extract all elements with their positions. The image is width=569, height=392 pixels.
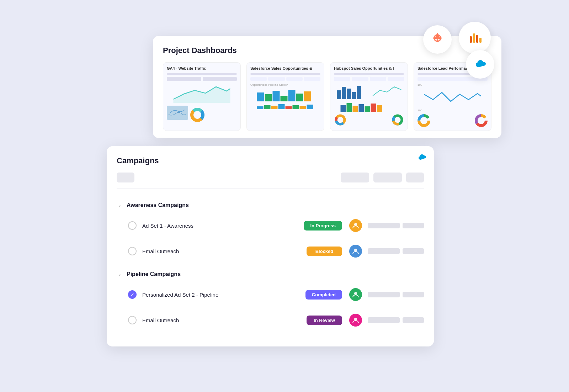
svg-rect-21	[257, 106, 264, 109]
svg-rect-16	[273, 91, 280, 101]
campaign-name-ad-set-2: Personalized Ad Set 2 - Pipeline	[142, 292, 305, 298]
svg-rect-28	[307, 105, 313, 109]
checkbox-email-1[interactable]	[128, 247, 137, 255]
campaign-name-email-1: Email Outreach	[142, 248, 307, 254]
svg-point-55	[354, 292, 357, 295]
sf-lead-line-chart	[418, 87, 488, 107]
thumb-hs-sales[interactable]: Hubspot Sales Opportunities & I	[330, 62, 408, 131]
svg-rect-37	[359, 104, 364, 112]
campaign-row-email-1[interactable]: Email Outreach Blocked	[117, 239, 424, 263]
user-icon	[352, 248, 359, 255]
salesforce-icon-circle	[466, 50, 494, 79]
svg-rect-26	[293, 105, 299, 109]
svg-rect-22	[264, 105, 271, 109]
sf-sales-stacked	[250, 103, 320, 115]
dashboard-thumbnails: GA4 - Website Traffic	[163, 62, 491, 131]
svg-rect-14	[257, 92, 264, 101]
hubspot-icon-circle	[423, 25, 452, 54]
svg-rect-24	[278, 104, 285, 109]
salesforce-cloud-icon	[472, 57, 488, 72]
chevron-awareness-icon: ⌄	[117, 202, 123, 208]
avatar-ad-set-2	[349, 288, 362, 301]
ga4-line-chart	[167, 83, 237, 103]
avatar-email-2	[349, 314, 362, 327]
checkbox-ad-set-2[interactable]: ✓	[128, 290, 137, 299]
svg-rect-19	[296, 94, 303, 101]
svg-point-7	[436, 37, 439, 39]
thumb-ga4[interactable]: GA4 - Website Traffic	[163, 62, 241, 131]
sf-lead-pie2	[475, 114, 488, 127]
checkbox-email-2[interactable]	[128, 316, 137, 324]
chevron-pipeline-icon: ⌄	[117, 271, 123, 277]
campaigns-title: Campaigns	[117, 156, 424, 165]
svg-rect-29	[337, 90, 341, 99]
avatar-ad-set-1	[349, 219, 362, 232]
hs-line-chart	[370, 83, 404, 99]
svg-rect-17	[281, 96, 288, 101]
svg-rect-39	[371, 104, 376, 112]
thumb-sf-sales[interactable]: Salesforce Sales Opportunities & Opportu…	[246, 62, 324, 131]
filter-pill-1[interactable]	[117, 173, 134, 182]
svg-rect-11	[479, 38, 482, 43]
tableau-icon-circle	[459, 22, 491, 54]
svg-rect-32	[352, 92, 356, 99]
group-awareness: ⌄ Awareness Campaigns Ad Set 1 - Awarene…	[117, 197, 424, 263]
svg-rect-10	[476, 35, 478, 43]
svg-rect-25	[286, 106, 292, 109]
campaign-row-ad-set-2[interactable]: ✓ Personalized Ad Set 2 - Pipeline Compl…	[117, 282, 424, 307]
status-badge-email-2[interactable]: In Review	[307, 316, 342, 325]
filter-pill-4[interactable]	[406, 173, 424, 182]
svg-rect-9	[473, 33, 475, 43]
campaigns-card: Campaigns ⌄ Awareness Campaigns Ad Set 1…	[107, 146, 434, 346]
svg-rect-8	[470, 36, 472, 43]
filter-pill-2[interactable]	[341, 173, 369, 182]
hs-bar-chart	[334, 83, 368, 99]
group-pipeline-title: Pipeline Campaigns	[127, 271, 181, 277]
ga4-donut	[190, 108, 204, 122]
filter-bar	[117, 173, 424, 189]
campaign-row-email-2[interactable]: Email Outreach In Review	[117, 308, 424, 332]
svg-rect-35	[347, 103, 352, 112]
hs-combo-chart	[334, 101, 404, 112]
hs-donut1	[334, 113, 347, 126]
svg-rect-15	[265, 94, 272, 101]
row-pills-ad-set-1	[368, 223, 424, 228]
svg-rect-6	[437, 34, 438, 37]
hs-donut2	[391, 113, 404, 126]
group-pipeline: ⌄ Pipeline Campaigns ✓ Personalized Ad S…	[117, 266, 424, 332]
svg-rect-18	[288, 90, 296, 101]
thumb-ga4-title: GA4 - Website Traffic	[167, 66, 237, 70]
checkbox-ad-set-1[interactable]	[128, 221, 137, 230]
user-icon	[352, 222, 359, 229]
campaign-name-ad-set-1: Ad Set 1 - Awareness	[142, 223, 304, 229]
campaign-row-ad-set-1[interactable]: Ad Set 1 - Awareness In Progress	[117, 213, 424, 238]
svg-point-54	[354, 249, 357, 251]
thumb-sf-sales-title: Salesforce Sales Opportunities &	[250, 66, 320, 70]
group-pipeline-header[interactable]: ⌄ Pipeline Campaigns	[117, 266, 424, 282]
svg-rect-40	[377, 105, 382, 112]
filter-pill-3[interactable]	[373, 173, 402, 182]
svg-rect-23	[271, 106, 278, 109]
status-badge-ad-set-2[interactable]: Completed	[305, 290, 342, 300]
svg-rect-33	[357, 86, 361, 99]
avatar-email-1	[349, 245, 362, 258]
svg-rect-34	[341, 105, 346, 112]
ga4-map	[167, 106, 188, 120]
sf-lead-pie1	[418, 114, 430, 127]
campaign-name-email-2: Email Outreach	[142, 317, 307, 323]
svg-rect-31	[347, 89, 351, 99]
status-badge-email-1[interactable]: Blocked	[307, 247, 342, 256]
svg-point-53	[354, 223, 357, 226]
dashboard-card: Project Dashboards GA4 - Website Traffic	[153, 36, 501, 138]
tableau-icon	[467, 30, 483, 46]
svg-rect-38	[365, 106, 370, 112]
row-pills-email-1	[368, 248, 424, 254]
group-awareness-header[interactable]: ⌄ Awareness Campaigns	[117, 197, 424, 213]
group-awareness-title: Awareness Campaigns	[127, 202, 189, 208]
thumb-hs-sales-title: Hubspot Sales Opportunities & I	[334, 66, 404, 70]
campaigns-sf-icon	[417, 152, 427, 163]
sf-sales-bar-chart	[250, 87, 320, 101]
svg-rect-5	[437, 39, 438, 42]
user-icon	[352, 317, 359, 324]
status-badge-ad-set-1[interactable]: In Progress	[304, 221, 342, 231]
